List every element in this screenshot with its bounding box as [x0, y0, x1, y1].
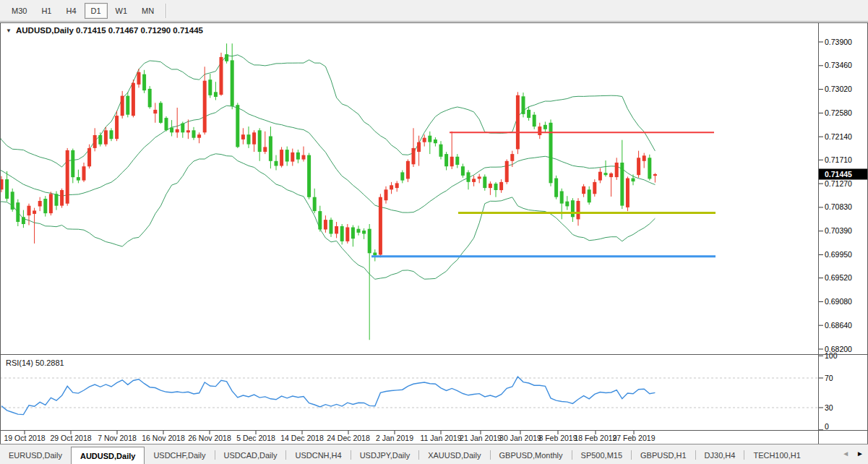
candle [472, 176, 476, 186]
candle [110, 128, 113, 141]
candle [208, 74, 212, 98]
horizontal-lines-layer [371, 132, 716, 256]
time-axis-label: 7 Nov 2018 [98, 434, 137, 442]
candle [648, 155, 651, 181]
candle [499, 179, 503, 193]
price-axis-label: 0.69080 [825, 297, 852, 306]
tab-SP500-M15[interactable]: SP500,M15 [572, 447, 631, 464]
candle [22, 210, 25, 228]
candle [516, 92, 520, 154]
candle [357, 225, 361, 235]
time-axis-label: 30 Jan 2019 [499, 434, 541, 442]
candle [335, 222, 338, 238]
time-axis-label: 18 Feb 2019 [575, 434, 617, 442]
bollinger-lower-band [0, 154, 655, 279]
time-axis-label: 2 Jan 2019 [376, 434, 413, 442]
candle [302, 147, 306, 162]
candle [598, 168, 602, 184]
candle [461, 164, 465, 178]
candle [43, 196, 47, 216]
candle [467, 171, 470, 190]
time-axis-label: 16 Nov 2018 [142, 434, 185, 442]
candle [505, 160, 509, 184]
candle [632, 174, 635, 185]
tf-button-MN[interactable]: MN [135, 3, 160, 19]
candle [582, 184, 585, 197]
candle [236, 103, 239, 148]
tf-button-H1[interactable]: H1 [35, 3, 58, 19]
candle [241, 128, 245, 144]
price-axis-label: 0.71270 [825, 179, 852, 188]
price-axis-label: 0.70830 [825, 202, 852, 211]
candle [406, 160, 410, 182]
candle [121, 91, 124, 119]
candle [214, 82, 218, 100]
candle [82, 163, 86, 182]
symbol-dropdown-arrow[interactable]: ▼ [6, 27, 12, 34]
candle [33, 208, 36, 244]
candle [423, 134, 426, 146]
candle [225, 43, 228, 64]
tf-button-M30[interactable]: M30 [5, 3, 33, 19]
tab-scroll-left-icon[interactable]: ◄ [842, 444, 849, 464]
symbol-tabbar: EURUSD,DailyAUDUSD,DailyUSDCHF,DailyUSDC… [0, 444, 868, 464]
price-axis-label: 0.68200 [825, 345, 852, 353]
candle [49, 192, 53, 215]
candle [543, 121, 547, 132]
candle [203, 66, 207, 134]
toolbar-separator [166, 4, 167, 18]
candle [494, 182, 498, 197]
tab-GBPUSD-H1[interactable]: GBPUSD,H1 [632, 447, 695, 464]
candle [560, 189, 564, 220]
tf-button-D1[interactable]: D1 [85, 3, 108, 19]
candle [345, 224, 349, 244]
tf-button-W1[interactable]: W1 [109, 3, 134, 19]
price-axis-label: 0.69950 [825, 250, 852, 259]
candle [450, 132, 454, 169]
candle [27, 204, 31, 225]
price-axis-label: 0.68640 [825, 321, 852, 330]
time-axis-label: 27 Feb 2019 [613, 434, 656, 442]
candle [379, 194, 382, 257]
price-axis-label: 0.73020 [825, 85, 852, 93]
candle [428, 132, 431, 154]
candle [142, 70, 146, 93]
candle [400, 171, 404, 184]
candle [390, 182, 393, 194]
candle [538, 123, 541, 139]
tab-scroll-right-icon[interactable]: ► [856, 444, 864, 464]
tab-TECH100-H1[interactable]: TECH100,H1 [744, 447, 809, 464]
candle [170, 120, 173, 136]
tab-GBPUSD-Monthly[interactable]: GBPUSD,Monthly [491, 447, 572, 464]
price-axis-label: 0.69520 [825, 273, 852, 282]
rsi-axis-label: 0 [825, 422, 829, 431]
candle [269, 126, 272, 168]
time-axis-label: 29 Oct 2018 [50, 434, 91, 442]
candle [263, 132, 267, 154]
price-axis-label: 0.72140 [825, 132, 852, 141]
tab-AUDUSD-Daily[interactable]: AUDUSD,Daily [71, 447, 145, 464]
candle [637, 151, 640, 178]
tab-USDCHF-Daily[interactable]: USDCHF,Daily [145, 447, 214, 464]
candle [5, 171, 9, 202]
tab-USDCAD-Daily[interactable]: USDCAD,Daily [215, 447, 286, 464]
tab-XAUUSD-Daily[interactable]: XAUUSD,Daily [419, 447, 489, 464]
candle [444, 152, 448, 170]
tab-USDCNH-H4[interactable]: USDCNH,H4 [286, 447, 350, 464]
rsi-axis-label: 70 [825, 374, 833, 382]
time-axis-label: 11 Jan 2019 [420, 434, 461, 442]
tf-button-H4[interactable]: H4 [59, 3, 82, 19]
candle [192, 127, 196, 140]
price-axis-label: 0.70390 [825, 226, 852, 235]
time-axis-label: 24 Dec 2018 [327, 434, 370, 442]
candle [533, 112, 536, 129]
candle [38, 197, 42, 211]
candle [588, 186, 591, 205]
tab-EURUSD-Daily[interactable]: EURUSD,Daily [0, 447, 71, 464]
candle [296, 150, 300, 163]
candle [153, 103, 157, 123]
candle [77, 170, 80, 184]
price-axis-label: 0.73900 [825, 38, 852, 46]
tab-USDJPY-Daily[interactable]: USDJPY,Daily [351, 447, 419, 464]
tab-DJ30-H4[interactable]: DJ30,H4 [696, 447, 744, 464]
